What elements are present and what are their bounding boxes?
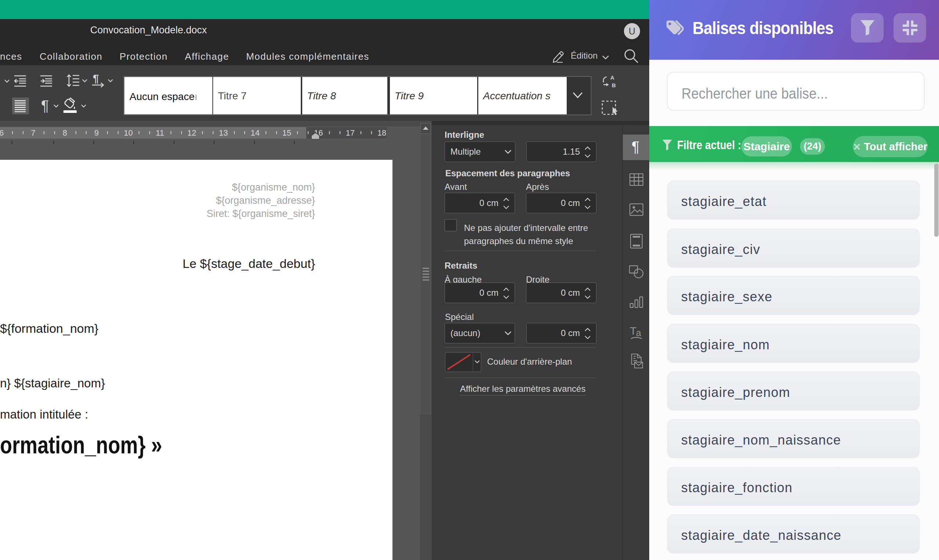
svg-text:A: A <box>611 75 614 81</box>
svg-text:a: a <box>636 328 641 338</box>
svg-text:B: B <box>612 82 616 88</box>
svg-text:¶: ¶ <box>93 73 99 84</box>
svg-text:T: T <box>630 325 637 337</box>
